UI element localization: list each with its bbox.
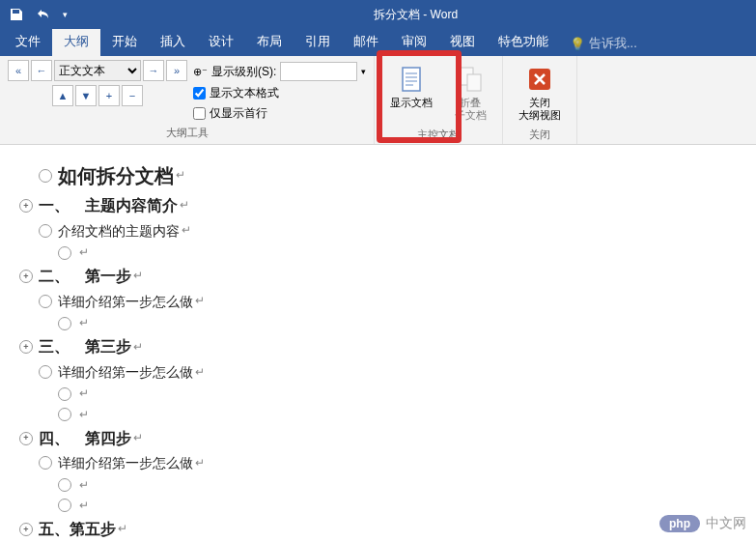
tab-layout[interactable]: 布局 [245, 29, 294, 56]
demote-button[interactable]: → [143, 60, 164, 81]
svg-rect-0 [403, 68, 420, 91]
close-label: 关闭大纲视图 [518, 97, 561, 122]
quick-access-toolbar: ▾ [0, 3, 75, 26]
tab-insert[interactable]: 插入 [149, 29, 197, 56]
document-icon [396, 64, 427, 95]
pilcrow-icon: ↵ [79, 476, 89, 495]
tab-view[interactable]: 视图 [438, 29, 487, 56]
promote-button[interactable]: ← [31, 60, 52, 81]
pilcrow-icon: ↵ [133, 338, 143, 357]
promote-heading-button[interactable]: « [8, 60, 29, 81]
qat-customize-icon[interactable]: ▾ [58, 3, 71, 26]
pilcrow-icon: ↵ [180, 196, 189, 214]
move-up-button[interactable]: ▲ [52, 85, 73, 106]
bullet-icon [58, 499, 71, 512]
pilcrow-icon: ↵ [195, 363, 205, 382]
move-down-button[interactable]: ▼ [75, 85, 97, 106]
tab-mailings[interactable]: 邮件 [342, 29, 390, 56]
show-level-input[interactable] [280, 62, 357, 81]
heading-4[interactable]: 四、 第四步 [39, 426, 131, 451]
bullet-icon [39, 169, 52, 183]
bullet-icon [58, 408, 71, 421]
expand-icon[interactable] [19, 432, 33, 445]
tab-home[interactable]: 开始 [100, 29, 149, 56]
window-title: 拆分文档 - Word [75, 7, 756, 23]
collapse-subdoc-button[interactable]: 折叠子文档 [446, 60, 494, 126]
tab-outline[interactable]: 大纲 [52, 29, 100, 56]
pilcrow-icon: ↵ [176, 166, 185, 185]
group-label-master: 主控文档 [382, 126, 494, 142]
tab-design[interactable]: 设计 [197, 29, 245, 56]
close-icon [524, 64, 555, 95]
bullet-icon [58, 478, 71, 492]
tell-me[interactable]: 💡 告诉我... [570, 35, 637, 56]
group-master-document: 显示文档 折叠子文档 主控文档 [375, 56, 503, 144]
bullet-icon [58, 317, 71, 330]
bullet-icon [39, 295, 52, 308]
show-level-icon: ⊕⁻ [193, 66, 208, 78]
show-format-checkbox[interactable] [193, 87, 206, 100]
heading-2[interactable]: 二、 第一步 [39, 264, 131, 289]
tab-references[interactable]: 引用 [294, 29, 342, 56]
heading-3[interactable]: 三、 第三步 [39, 334, 131, 359]
show-firstline-checkbox[interactable] [193, 107, 206, 120]
group-label-close: 关闭 [511, 126, 569, 142]
ribbon-tabs: 文件 大纲 开始 插入 设计 布局 引用 邮件 审阅 视图 特色功能 💡 告诉我… [0, 29, 756, 56]
tell-me-label: 告诉我... [589, 35, 637, 52]
show-level-label: 显示级别(S): [211, 64, 276, 80]
tab-special[interactable]: 特色功能 [487, 29, 560, 56]
lightbulb-icon: 💡 [570, 37, 585, 51]
close-outline-button[interactable]: 关闭大纲视图 [511, 60, 569, 126]
collapse-subdoc-label: 折叠子文档 [455, 97, 487, 122]
body-text[interactable]: 详细介绍第一步怎么做 [58, 361, 193, 383]
collapse-subdoc-icon [455, 64, 486, 95]
expand-icon[interactable] [19, 199, 33, 213]
group-label-outline: 大纲工具 [8, 124, 366, 140]
body-text[interactable]: 详细介绍第一步怎么做 [58, 452, 193, 473]
ribbon: « ← 正文文本 → » ▲ ▼ + − [0, 56, 756, 145]
heading-1[interactable]: 一、 主题内容简介 [39, 193, 178, 218]
php-badge: php [659, 515, 700, 532]
group-close: 关闭大纲视图 关闭 [503, 56, 577, 144]
dropdown-icon[interactable]: ▾ [361, 67, 366, 76]
watermark-text: 中文网 [706, 515, 746, 532]
outline-level-select[interactable]: 正文文本 [54, 60, 141, 81]
watermark: php 中文网 [659, 515, 746, 532]
bullet-icon [39, 365, 52, 379]
body-text[interactable]: 详细介绍第一步怎么做 [58, 291, 193, 312]
pilcrow-icon: ↵ [79, 406, 89, 424]
bullet-icon [39, 224, 52, 238]
show-document-button[interactable]: 显示文档 [382, 60, 440, 113]
pilcrow-icon: ↵ [79, 385, 89, 403]
pilcrow-icon: ↵ [79, 314, 89, 332]
expand-icon[interactable] [19, 523, 33, 536]
bullet-icon [58, 246, 71, 260]
tab-file[interactable]: 文件 [4, 29, 52, 56]
collapse-button[interactable]: − [122, 85, 143, 106]
title-bar: ▾ 拆分文档 - Word [0, 0, 756, 29]
pilcrow-icon: ↵ [195, 292, 205, 310]
undo-button[interactable] [31, 3, 56, 26]
pilcrow-icon: ↵ [182, 221, 191, 240]
show-format-label: 显示文本格式 [210, 85, 279, 101]
demote-body-button[interactable]: » [166, 60, 187, 81]
show-doc-label: 显示文档 [390, 97, 433, 109]
bullet-icon [58, 387, 71, 401]
pilcrow-icon: ↵ [79, 243, 89, 262]
tab-review[interactable]: 审阅 [390, 29, 438, 56]
bullet-icon [39, 456, 52, 470]
save-button[interactable] [4, 3, 29, 26]
expand-icon[interactable] [19, 270, 33, 283]
expand-button[interactable]: + [98, 85, 120, 106]
pilcrow-icon: ↵ [195, 454, 205, 472]
pilcrow-icon: ↵ [118, 520, 127, 538]
body-text[interactable]: 介绍文档的主题内容 [58, 220, 180, 242]
doc-title[interactable]: 如何拆分文档 [58, 160, 174, 191]
heading-5[interactable]: 五、第五步 [39, 517, 116, 542]
pilcrow-icon: ↵ [133, 267, 143, 285]
svg-rect-6 [467, 74, 481, 91]
pilcrow-icon: ↵ [79, 497, 89, 515]
pilcrow-icon: ↵ [133, 429, 143, 447]
document-area[interactable]: 如何拆分文档↵ 一、 主题内容简介↵ 介绍文档的主题内容↵ ↵ 二、 第一步↵ … [0, 145, 756, 542]
expand-icon[interactable] [19, 340, 33, 354]
